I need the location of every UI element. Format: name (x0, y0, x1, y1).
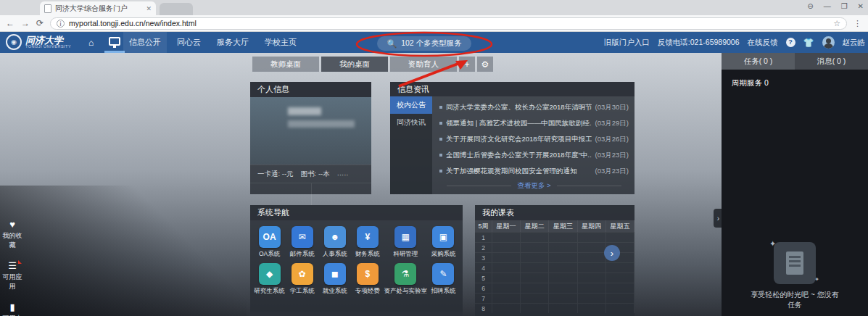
menu-item-school-homepage[interactable]: 学校主页 (259, 32, 302, 53)
browser-tab[interactable]: 同济大学综合服务门户 ✕ (40, 1, 156, 15)
news-item[interactable]: 关于开展同济文化研究会2018年研究项目申报工... (03月26日) (439, 131, 629, 147)
service-search-button[interactable]: 🔍 102 个多类型服务 (377, 36, 471, 51)
forward-button[interactable]: → (21, 18, 30, 28)
sidebar-tab-messages[interactable]: 消息( 0 ) (795, 53, 868, 70)
timetable-next-week-button[interactable]: › (604, 245, 620, 261)
timetable-cell[interactable] (549, 252, 577, 262)
app-mail-system[interactable]: ✉ 邮件系统 (286, 226, 318, 259)
day-header-tue[interactable]: 星期二 (521, 220, 549, 232)
add-desktop-button[interactable]: + (459, 57, 475, 72)
timetable-cell[interactable] (521, 262, 549, 273)
favorites-shortcut[interactable]: ♥ 我的收藏 (0, 219, 25, 250)
timetable-cell[interactable] (492, 242, 521, 252)
sidebar-tab-tasks[interactable]: 任务( 0 ) (722, 53, 795, 70)
news-item[interactable]: 全国博士后管委会办公室关于开展2018年度“中... (03月23日) (439, 147, 629, 163)
timetable-cell[interactable] (606, 262, 635, 273)
tab-teacher-desktop[interactable]: 教师桌面 (252, 57, 319, 72)
day-header-mon[interactable]: 星期一 (492, 220, 521, 232)
timetable-cell[interactable] (549, 283, 577, 293)
timetable-cell[interactable] (578, 252, 606, 262)
view-more-link[interactable]: 查看更多 > (517, 181, 550, 191)
timetable-cell[interactable] (549, 262, 577, 273)
minimize-button[interactable]: — (824, 2, 831, 10)
available-cards-shortcut[interactable]: ▮ 可用卡片 (0, 302, 25, 316)
app-recruitment-system[interactable]: ✎ 招聘系统 (427, 263, 460, 296)
news-tab-tongji-express[interactable]: 同济快讯 (390, 114, 432, 131)
timetable-cell[interactable] (521, 232, 549, 242)
app-student-affairs-system[interactable]: ✿ 学工系统 (286, 263, 318, 296)
theme-shirt-icon[interactable]: 👕 (803, 38, 814, 48)
profile-icon[interactable]: ⊖ (807, 2, 813, 10)
app-finance-system[interactable]: ¥ 财务系统 (351, 226, 384, 259)
timetable-cell[interactable] (492, 303, 521, 313)
app-research-mgmt[interactable]: ▦ 科研管理 (384, 226, 427, 259)
online-feedback-link[interactable]: 在线反馈 (748, 38, 778, 48)
timetable-cell[interactable] (549, 232, 577, 242)
day-header-fri[interactable]: 星期五 (606, 220, 635, 232)
restore-button[interactable]: ❐ (841, 2, 848, 10)
site-info-icon[interactable]: i (57, 20, 65, 28)
back-button[interactable]: ← (6, 18, 15, 28)
app-hr-system[interactable]: ☻ 人事系统 (318, 226, 351, 259)
timetable-cell[interactable] (492, 262, 521, 273)
timetable-cell[interactable] (606, 303, 635, 313)
timetable-cell[interactable] (492, 252, 521, 262)
timetable-cell[interactable] (492, 232, 521, 242)
news-item[interactable]: 领票通知 | 高雅艺术进校园——中国民族歌剧经... (03月29日) (439, 115, 629, 131)
timetable-cell[interactable] (521, 273, 549, 283)
day-header-thu[interactable]: 星期四 (578, 220, 606, 232)
university-logo[interactable]: ◉ 同济大学 TONGJI UNIVERSITY (6, 34, 71, 50)
app-oa-system[interactable]: OA OA系统 (253, 226, 286, 259)
timetable-cell[interactable] (549, 303, 577, 313)
day-header-wed[interactable]: 星期三 (549, 220, 577, 232)
timetable-cell[interactable] (578, 242, 606, 252)
available-apps-shortcut[interactable]: ☰ 可用应用 (0, 260, 25, 291)
timetable-cell[interactable] (578, 273, 606, 283)
tab-close-icon[interactable]: ✕ (146, 5, 152, 12)
app-employment-system[interactable]: ◼ 就业系统 (318, 263, 351, 296)
timetable-cell[interactable] (578, 232, 606, 242)
reload-button[interactable]: ⟳ (36, 18, 44, 28)
timetable-cell[interactable] (521, 303, 549, 313)
timetable-cell[interactable] (578, 293, 606, 303)
news-item[interactable]: 关于加强樱花观赏期间校园安全管理的通知 (03月23日) (439, 163, 629, 179)
url-text[interactable]: myportal.tongji.edu.cn/new/index.html (69, 19, 197, 28)
app-assets-lab[interactable]: ⚗ 资产处与实验室 (384, 263, 427, 296)
old-portal-link[interactable]: 旧版门户入口 (604, 38, 650, 48)
desktop-settings-gear-icon[interactable]: ⚙ (477, 57, 493, 72)
username[interactable]: 赵云皓 (843, 38, 866, 48)
timetable-cell[interactable] (521, 283, 549, 293)
new-tab-button[interactable] (160, 3, 193, 15)
user-avatar[interactable] (822, 36, 835, 49)
address-bar[interactable]: i myportal.tongji.edu.cn/new/index.html … (50, 17, 847, 30)
home-icon[interactable]: ⌂ (88, 38, 94, 48)
menu-item-tongxin-cloud[interactable]: 同心云 (171, 32, 207, 53)
library-books[interactable]: 图书: --本 (301, 170, 330, 179)
timetable-cell[interactable] (606, 232, 635, 242)
app-graduate-system[interactable]: ◆ 研究生系统 (253, 263, 286, 296)
timetable-cell[interactable] (521, 293, 549, 303)
timetable-cell[interactable] (606, 273, 635, 283)
timetable-cell[interactable] (549, 293, 577, 303)
help-icon[interactable]: ? (786, 38, 795, 47)
timetable-cell[interactable] (606, 283, 635, 293)
timetable-cell[interactable] (492, 273, 521, 283)
app-procurement-system[interactable]: ▣ 采购系统 (427, 226, 460, 259)
browser-menu-icon[interactable]: ⋮ (853, 19, 862, 28)
timetable-cell[interactable] (549, 242, 577, 252)
timetable-cell[interactable] (578, 283, 606, 293)
timetable-cell[interactable] (578, 303, 606, 313)
timetable-cell[interactable] (578, 262, 606, 273)
close-button[interactable]: ✕ (858, 2, 864, 10)
timetable-cell[interactable] (521, 252, 549, 262)
bookmark-star-icon[interactable]: ☆ (833, 19, 840, 28)
timetable-cell[interactable] (521, 242, 549, 252)
app-special-funds[interactable]: $ 专项经费 (351, 263, 384, 296)
timetable-cell[interactable] (492, 283, 521, 293)
tab-funding-education[interactable]: 资助育人 (390, 57, 457, 72)
timetable-cell[interactable] (549, 273, 577, 283)
profile-photo[interactable] (255, 104, 283, 144)
timetable-cell[interactable] (606, 293, 635, 303)
news-tab-campus-announcements[interactable]: 校内公告 (390, 96, 432, 114)
desktop-view-icon[interactable] (109, 37, 120, 46)
